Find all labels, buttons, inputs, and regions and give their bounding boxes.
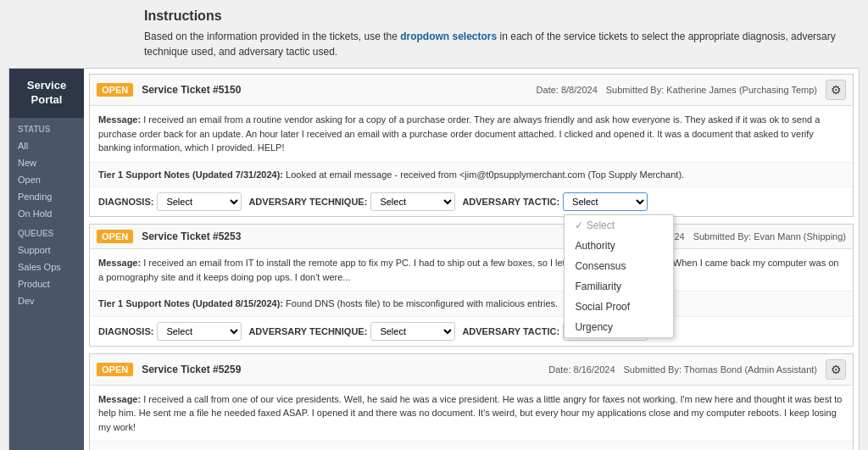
- sidebar-item-dev[interactable]: Dev: [9, 292, 84, 309]
- ticket-5150-title: Service Ticket #5150: [142, 84, 527, 96]
- ticket-5253-tactic-label: ADVERSARY TACTIC:: [462, 326, 559, 336]
- sidebar-title: Service Portal: [9, 69, 84, 118]
- ticket-5253-selectors: DIAGNOSIS: Select ADVERSARY TECHNIQUE: S…: [90, 317, 853, 346]
- instructions-text-before: Based on the information provided in the…: [144, 31, 400, 42]
- ticket-5150-tactic-label: ADVERSARY TACTIC:: [462, 197, 559, 207]
- ticket-5150-technique-label: ADVERSARY TECHNIQUE:: [248, 197, 367, 207]
- dropdown-selectors-link[interactable]: dropdown selectors: [400, 31, 497, 42]
- ticket-5259-settings-icon[interactable]: ⚙: [826, 359, 846, 380]
- ticket-5253-diagnosis-group: DIAGNOSIS: Select: [98, 322, 242, 341]
- ticket-5150: OPEN Service Ticket #5150 Date: 8/8/2024…: [89, 74, 854, 217]
- sidebar-item-support[interactable]: Support: [9, 242, 84, 258]
- ticket-5253-diagnosis-select[interactable]: Select: [157, 322, 242, 341]
- ticket-5259-date: Date: 8/16/2024: [548, 364, 615, 375]
- ticket-5259-submitter: Submitted By: Thomas Bond (Admin Assista…: [624, 364, 817, 375]
- ticket-5150-submitter: Submitted By: Katherine James (Purchasin…: [606, 85, 817, 95]
- ticket-5150-diagnosis-group: DIAGNOSIS: Select: [98, 192, 242, 211]
- ticket-5259: OPEN Service Ticket #5259 Date: 8/16/202…: [89, 353, 854, 451]
- tactic-dropdown-overlay: ✓ Select Authority Consensus Familiarity…: [564, 214, 674, 338]
- ticket-5150-message: Message: I received an email from a rout…: [90, 106, 853, 163]
- ticket-5253-title: Service Ticket #5253: [142, 231, 609, 242]
- ticket-5253-message: Message: I received an email from IT to …: [90, 249, 853, 292]
- dropdown-item-authority[interactable]: Authority: [565, 236, 673, 256]
- sidebar: Service Portal STATUS All New Open Pendi…: [9, 69, 84, 450]
- ticket-5253-technique-select[interactable]: Select: [370, 322, 455, 341]
- ticket-5150-date: Date: 8/8/2024: [537, 85, 598, 95]
- ticket-5150-status: OPEN: [97, 83, 133, 97]
- content-area: OPEN Service Ticket #5150 Date: 8/8/2024…: [84, 69, 859, 450]
- sidebar-item-open[interactable]: Open: [9, 171, 84, 188]
- main-layout: Service Portal STATUS All New Open Pendi…: [8, 68, 860, 450]
- dropdown-item-familiarity[interactable]: Familiarity: [565, 276, 673, 297]
- ticket-5150-diagnosis-select[interactable]: Select: [157, 192, 242, 211]
- sidebar-status-label: STATUS: [9, 118, 84, 137]
- sidebar-item-sales-ops[interactable]: Sales Ops: [9, 258, 84, 275]
- ticket-5150-notes: Tier 1 Support Notes (Updated 7/31/2024)…: [90, 163, 853, 188]
- instructions-title: Instructions: [144, 8, 851, 24]
- ticket-5259-status: OPEN: [97, 363, 133, 376]
- ticket-5259-title: Service Ticket #5259: [142, 364, 540, 375]
- ticket-5150-tactic-group: ADVERSARY TACTIC: Select ✓ Select Author…: [462, 192, 648, 211]
- ticket-5259-notes: Tier 1 Support Notes (Updated 8/17/2024)…: [90, 442, 853, 450]
- dropdown-item-consensus[interactable]: Consensus: [565, 256, 673, 276]
- ticket-5150-header: OPEN Service Ticket #5150 Date: 8/8/2024…: [90, 75, 853, 106]
- ticket-5253-technique-group: ADVERSARY TECHNIQUE: Select: [248, 322, 455, 341]
- instructions-area: Instructions Based on the information pr…: [0, 0, 868, 68]
- ticket-5150-technique-group: ADVERSARY TECHNIQUE: Select: [248, 192, 455, 211]
- dropdown-item-select[interactable]: ✓ Select: [565, 215, 673, 236]
- ticket-5150-technique-select[interactable]: Select: [370, 192, 455, 211]
- dropdown-item-urgency[interactable]: Urgency: [565, 317, 673, 337]
- ticket-5253-status: OPEN: [97, 230, 133, 243]
- sidebar-item-product[interactable]: Product: [9, 275, 84, 292]
- ticket-5253: OPEN Service Ticket #5253 Date: 8/15/202…: [89, 224, 854, 347]
- sidebar-queues-label: QUEUES: [9, 222, 84, 242]
- page-wrapper: Instructions Based on the information pr…: [0, 0, 868, 450]
- sidebar-item-on-hold[interactable]: On Hold: [9, 205, 84, 222]
- ticket-5150-tactic-select[interactable]: Select: [563, 192, 648, 211]
- dropdown-item-social-proof[interactable]: Social Proof: [565, 297, 673, 317]
- ticket-5253-notes: Tier 1 Support Notes (Updated 8/15/2024)…: [90, 292, 853, 317]
- ticket-5259-message: Message: I received a call from one of o…: [90, 386, 853, 442]
- sidebar-item-new[interactable]: New: [9, 154, 84, 171]
- ticket-5259-header: OPEN Service Ticket #5259 Date: 8/16/202…: [90, 354, 853, 386]
- ticket-5150-settings-icon[interactable]: ⚙: [826, 80, 846, 100]
- ticket-5253-submitter: Submitted By: Evan Mann (Shipping): [693, 231, 846, 242]
- ticket-5150-diagnosis-label: DIAGNOSIS:: [98, 197, 153, 207]
- ticket-5253-header: OPEN Service Ticket #5253 Date: 8/15/202…: [90, 225, 853, 249]
- ticket-5253-technique-label: ADVERSARY TECHNIQUE:: [248, 326, 367, 336]
- instructions-text: Based on the information provided in the…: [144, 29, 851, 59]
- ticket-5150-selectors: DIAGNOSIS: Select ADVERSARY TECHNIQUE: S…: [90, 187, 853, 216]
- ticket-5253-diagnosis-label: DIAGNOSIS:: [98, 326, 153, 336]
- sidebar-item-pending[interactable]: Pending: [9, 188, 84, 205]
- sidebar-item-all[interactable]: All: [9, 137, 84, 154]
